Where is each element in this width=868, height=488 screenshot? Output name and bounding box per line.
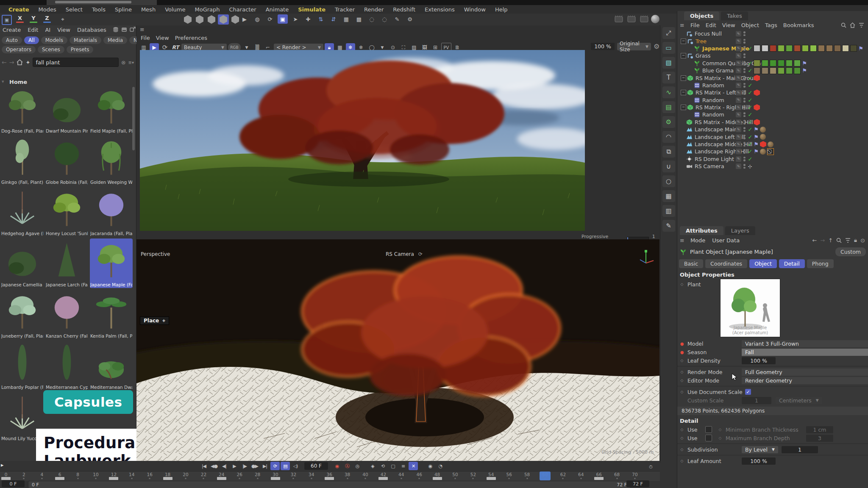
- material-tag-swatch[interactable]: [762, 67, 768, 74]
- current-frame-field[interactable]: 60 F: [304, 462, 328, 470]
- tab-takes[interactable]: Takes: [721, 11, 748, 20]
- keyframe-mark[interactable]: [109, 477, 118, 480]
- workplane-icon[interactable]: ▣: [2, 15, 12, 25]
- forward-icon[interactable]: →: [9, 59, 14, 66]
- om-menu-object[interactable]: Object: [741, 22, 759, 28]
- play-icon[interactable]: ▶: [239, 14, 250, 24]
- menu-create[interactable]: Create: [4, 6, 33, 13]
- use-doc-scale-key-icon[interactable]: ◇: [680, 390, 684, 394]
- edit-toggle-icon[interactable]: ✎: [736, 149, 741, 154]
- asset-tile[interactable]: Dog-Rose (Fall, Plant): [1, 85, 44, 134]
- material-tag-swatch[interactable]: [778, 60, 785, 67]
- viewport-label[interactable]: Perspective: [141, 251, 170, 257]
- leaf-density-field[interactable]: 100 %: [742, 357, 776, 364]
- enabled-check-icon[interactable]: ✓: [748, 45, 753, 52]
- axis-lock-y-button[interactable]: Y: [28, 15, 39, 24]
- asset-tile[interactable]: Field Maple (Fall, Plant): [90, 85, 133, 134]
- visibility-dots-icon[interactable]: [743, 90, 746, 95]
- dim-ring-a-icon[interactable]: ◌: [367, 14, 377, 24]
- visibility-dots-icon[interactable]: [743, 105, 746, 110]
- om-menu-file[interactable]: File: [690, 22, 700, 28]
- subdivision-mode-dropdown[interactable]: By Level▼: [742, 446, 778, 453]
- autokey-button[interactable]: Ⓐ: [342, 462, 352, 470]
- filter-chip-operators[interactable]: Operators: [2, 46, 36, 53]
- attr-tab-basic[interactable]: Basic: [679, 259, 703, 268]
- clear-search-icon[interactable]: ⊗: [121, 59, 126, 66]
- custom-scale-unit-dropdown[interactable]: Centimeters▼: [776, 397, 822, 404]
- material-tag-swatch[interactable]: [770, 45, 776, 52]
- tab-layers[interactable]: Layers: [725, 226, 755, 235]
- asset-tile[interactable]: Mediterranean Cypres...: [45, 341, 88, 391]
- edit-toggle-icon[interactable]: ✎: [736, 97, 741, 103]
- phong-tag-icon[interactable]: ⚑: [802, 60, 807, 67]
- material-tag-swatch[interactable]: [754, 67, 760, 74]
- attr-menu-mode[interactable]: Mode: [690, 237, 705, 244]
- plant-preview-thumbnail[interactable]: Japanese Maple (Acer palmatum): [720, 279, 780, 337]
- object-row[interactable]: Landscape Main✎✓⚑: [677, 126, 868, 133]
- tweak-icon[interactable]: ✚: [303, 14, 313, 24]
- phong-tag-icon[interactable]: ⚑: [754, 126, 759, 133]
- tab-objects[interactable]: Objects: [684, 11, 719, 20]
- filter-chip-auto[interactable]: Auto: [2, 36, 22, 44]
- menu-select[interactable]: Select: [61, 6, 87, 13]
- polygons-mode-icon[interactable]: [206, 14, 217, 25]
- menu-volume[interactable]: Volume: [161, 6, 189, 13]
- om-filter-icon[interactable]: [859, 22, 864, 28]
- asset-menu-ai[interactable]: AI: [45, 27, 50, 33]
- object-label[interactable]: Random: [702, 82, 724, 89]
- om-search-icon[interactable]: [841, 22, 846, 28]
- menu-help[interactable]: Help: [491, 6, 512, 13]
- panel-menu-icon[interactable]: ≡: [140, 26, 145, 33]
- season-dropdown[interactable]: Fall: [742, 349, 868, 356]
- enabled-check-icon[interactable]: ✓: [748, 126, 753, 133]
- protractor-icon[interactable]: ◠: [662, 131, 675, 143]
- visibility-dots-icon[interactable]: [743, 112, 746, 117]
- range-end-field[interactable]: 72 F: [626, 480, 649, 487]
- expander-icon[interactable]: −: [681, 90, 686, 95]
- cube-primitive-icon[interactable]: ▧: [662, 57, 675, 69]
- object-row[interactable]: Landscape Middle Hill✎✓⚑: [677, 141, 868, 148]
- visibility-dots-icon[interactable]: [743, 76, 746, 80]
- asset-menu-create[interactable]: Create: [3, 27, 21, 33]
- record-pla-button[interactable]: ✕: [409, 462, 418, 470]
- range-start-field[interactable]: 0 F: [2, 480, 25, 487]
- filter-chip-presets[interactable]: Presets: [67, 46, 94, 53]
- previous-key-button[interactable]: ◀●: [209, 462, 219, 470]
- open-external-icon[interactable]: [130, 27, 136, 33]
- material-tag-swatch[interactable]: [834, 45, 841, 52]
- perspective-viewport[interactable]: Perspective RS Camera ⟳ Place ⌖ Grid Spa…: [136, 239, 659, 461]
- visibility-dots-icon[interactable]: [743, 83, 746, 88]
- filter-chip-models[interactable]: Models: [41, 36, 67, 44]
- camera-link-icon[interactable]: ⊹: [748, 164, 752, 169]
- render-view-button[interactable]: [614, 14, 624, 24]
- magnet-icon[interactable]: ∪: [662, 161, 675, 172]
- phong-tag-icon[interactable]: ⚑: [754, 134, 759, 140]
- search-options-icon[interactable]: ≣▾: [128, 60, 134, 65]
- menu-render[interactable]: Render: [360, 6, 388, 13]
- material-tag-swatch[interactable]: [778, 45, 785, 52]
- edit-toggle-icon[interactable]: ✎: [736, 164, 741, 169]
- render-view-menu-file[interactable]: File: [141, 35, 150, 41]
- record-scale-button[interactable]: ▢: [388, 462, 398, 470]
- collapse-section-icon[interactable]: ▾: [2, 79, 4, 84]
- asset-tile[interactable]: Globe Robinia (Fall, Pl...: [45, 136, 88, 186]
- object-row[interactable]: −RS Matrix - Left Hill✎✓: [677, 89, 868, 96]
- om-home-icon[interactable]: [850, 22, 855, 28]
- circle-spline-icon[interactable]: ○: [662, 175, 675, 187]
- loop-playback-button[interactable]: ⟳: [270, 462, 280, 470]
- menu-mograph[interactable]: MoGraph: [190, 6, 224, 13]
- object-label[interactable]: Tree: [696, 38, 707, 44]
- leaf-density-key-icon[interactable]: ◇: [680, 358, 684, 363]
- material-tag-swatch[interactable]: [770, 60, 776, 67]
- om-menu-bookmarks[interactable]: Bookmarks: [783, 22, 814, 28]
- keyframe-mark[interactable]: [487, 477, 496, 480]
- leaf-amount-field[interactable]: 100 %: [742, 458, 776, 465]
- enabled-check-icon[interactable]: ✓: [748, 82, 753, 89]
- keyframe-mark[interactable]: [1, 477, 11, 480]
- subdivision-key-icon[interactable]: ◇: [680, 447, 684, 452]
- visibility-dots-icon[interactable]: [743, 127, 746, 132]
- object-row[interactable]: Blue Grama✎✓⚑: [677, 67, 868, 74]
- object-label[interactable]: Random: [702, 97, 724, 103]
- material-tag-swatch[interactable]: [754, 60, 760, 67]
- edit-toggle-icon[interactable]: ✎: [736, 83, 741, 88]
